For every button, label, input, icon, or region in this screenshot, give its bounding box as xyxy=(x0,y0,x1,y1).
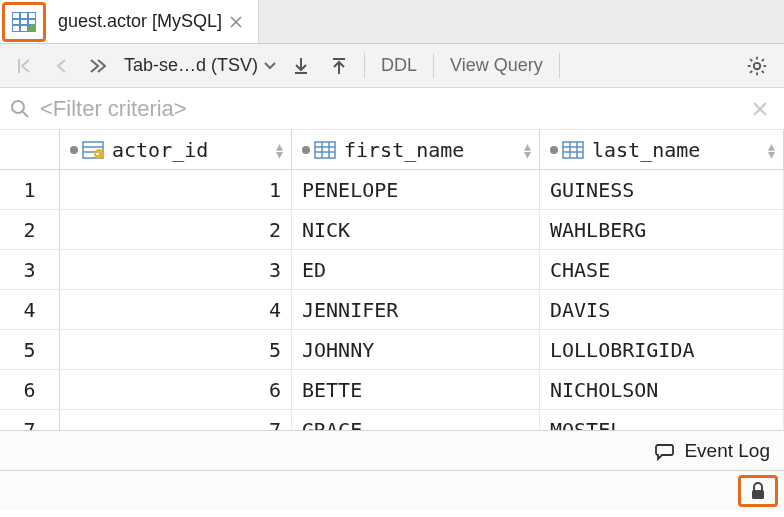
nullable-dot-icon xyxy=(70,146,78,154)
cell-last-name[interactable]: DAVIS xyxy=(540,290,784,329)
search-icon xyxy=(10,99,30,119)
ddl-button[interactable]: DDL xyxy=(373,51,425,80)
cell-first-name[interactable]: JOHNNY xyxy=(292,330,540,369)
toolbar: Tab-se…d (TSV) DDL View Query xyxy=(0,44,784,88)
tab-bar: guest.actor [MySQL] xyxy=(0,0,784,44)
filter-bar xyxy=(0,88,784,130)
sort-icon: ▴▾ xyxy=(768,142,775,158)
column-label: actor_id xyxy=(112,138,208,162)
table-row[interactable]: 22NICKWAHLBERG xyxy=(0,210,784,250)
sort-icon: ▴▾ xyxy=(524,142,531,158)
svg-point-13 xyxy=(754,62,760,68)
tab-title: guest.actor [MySQL] xyxy=(58,11,222,32)
cell-first-name[interactable]: NICK xyxy=(292,210,540,249)
row-number: 1 xyxy=(0,170,60,209)
cell-last-name[interactable]: CHASE xyxy=(540,250,784,289)
table-row[interactable]: 55JOHNNYLOLLOBRIGIDA xyxy=(0,330,784,370)
nullable-dot-icon xyxy=(550,146,558,154)
import-up-icon[interactable] xyxy=(322,52,356,80)
table-row[interactable]: 44JENNIFERDAVIS xyxy=(0,290,784,330)
row-number: 3 xyxy=(0,250,60,289)
row-number: 4 xyxy=(0,290,60,329)
cell-first-name[interactable]: GRACE xyxy=(292,410,540,430)
header-row: actor_id ▴▾ first_name ▴▾ last_name ▴▾ xyxy=(0,130,784,170)
svg-line-18 xyxy=(750,59,752,61)
nav-prev-icon[interactable] xyxy=(46,53,76,79)
sort-icon: ▴▾ xyxy=(276,142,283,158)
column-header-last-name[interactable]: last_name ▴▾ xyxy=(540,130,784,169)
svg-line-23 xyxy=(23,112,28,117)
svg-line-20 xyxy=(750,70,752,72)
event-log-label[interactable]: Event Log xyxy=(684,440,770,462)
lock-icon[interactable] xyxy=(738,475,778,507)
nav-next-icon[interactable] xyxy=(80,53,116,79)
column-label: last_name xyxy=(592,138,700,162)
data-grid: actor_id ▴▾ first_name ▴▾ last_name ▴▾ 1… xyxy=(0,130,784,430)
cell-actor-id[interactable]: 1 xyxy=(60,170,292,209)
svg-point-22 xyxy=(12,101,24,113)
chevron-down-icon xyxy=(264,62,276,70)
svg-line-19 xyxy=(762,70,764,72)
table-row[interactable]: 66BETTENICHOLSON xyxy=(0,370,784,410)
svg-line-21 xyxy=(762,59,764,61)
column-icon xyxy=(314,141,336,159)
svg-rect-30 xyxy=(96,153,99,155)
table-row[interactable]: 11PENELOPEGUINESS xyxy=(0,170,784,210)
cell-last-name[interactable]: MOSTEL xyxy=(540,410,784,430)
bottom-bar xyxy=(0,470,784,510)
svg-rect-36 xyxy=(563,142,583,158)
column-icon xyxy=(562,141,584,159)
cell-last-name[interactable]: WAHLBERG xyxy=(540,210,784,249)
table-icon xyxy=(2,2,46,42)
column-label: first_name xyxy=(344,138,464,162)
cell-actor-id[interactable]: 7 xyxy=(60,410,292,430)
cell-last-name[interactable]: LOLLOBRIGIDA xyxy=(540,330,784,369)
cell-actor-id[interactable]: 4 xyxy=(60,290,292,329)
cell-first-name[interactable]: PENELOPE xyxy=(292,170,540,209)
cell-actor-id[interactable]: 3 xyxy=(60,250,292,289)
status-bar: Event Log xyxy=(0,430,784,470)
nav-first-icon[interactable] xyxy=(8,53,42,79)
cell-first-name[interactable]: ED xyxy=(292,250,540,289)
cell-last-name[interactable]: NICHOLSON xyxy=(540,370,784,409)
table-row[interactable]: 77GRACEMOSTEL xyxy=(0,410,784,430)
column-header-actor-id[interactable]: actor_id ▴▾ xyxy=(60,130,292,169)
row-number: 5 xyxy=(0,330,60,369)
svg-rect-31 xyxy=(315,142,335,158)
row-number-header xyxy=(0,130,60,169)
cell-actor-id[interactable]: 5 xyxy=(60,330,292,369)
close-icon[interactable] xyxy=(230,16,244,28)
view-query-button[interactable]: View Query xyxy=(442,51,551,80)
nullable-dot-icon xyxy=(302,146,310,154)
export-format-label: Tab-se…d (TSV) xyxy=(124,55,258,76)
row-number: 6 xyxy=(0,370,60,409)
cell-first-name[interactable]: BETTE xyxy=(292,370,540,409)
cell-actor-id[interactable]: 6 xyxy=(60,370,292,409)
editor-tab[interactable]: guest.actor [MySQL] xyxy=(0,0,259,43)
event-log-icon[interactable] xyxy=(654,441,674,461)
table-row[interactable]: 33EDCHASE xyxy=(0,250,784,290)
clear-filter-icon[interactable] xyxy=(746,101,774,117)
cell-last-name[interactable]: GUINESS xyxy=(540,170,784,209)
pk-column-icon xyxy=(82,141,104,159)
column-header-first-name[interactable]: first_name ▴▾ xyxy=(292,130,540,169)
row-number: 2 xyxy=(0,210,60,249)
cell-actor-id[interactable]: 2 xyxy=(60,210,292,249)
export-down-icon[interactable] xyxy=(284,52,318,80)
gear-icon[interactable] xyxy=(738,51,776,81)
cell-first-name[interactable]: JENNIFER xyxy=(292,290,540,329)
export-format-dropdown[interactable]: Tab-se…d (TSV) xyxy=(120,55,280,76)
filter-input[interactable] xyxy=(40,96,736,122)
svg-rect-41 xyxy=(752,490,764,499)
row-number: 7 xyxy=(0,410,60,430)
